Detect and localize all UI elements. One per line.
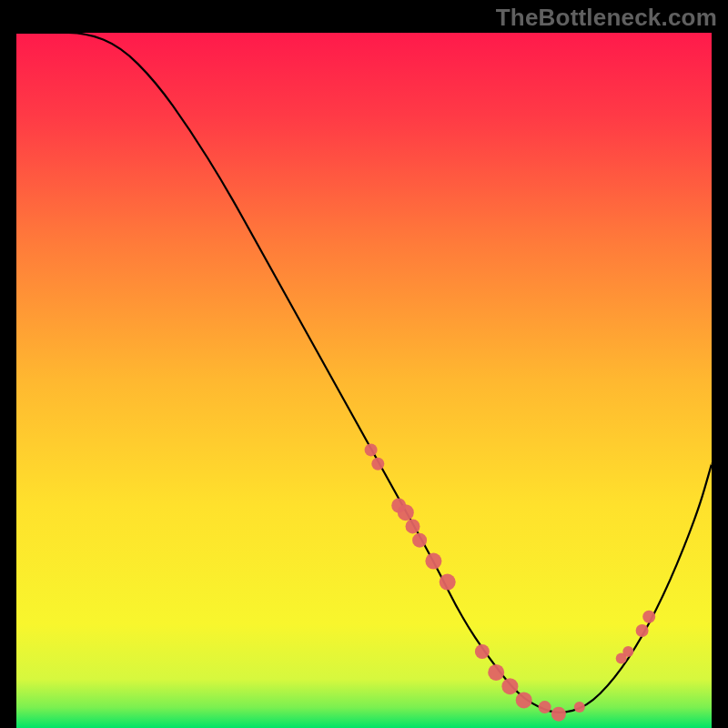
- data-point: [516, 692, 532, 708]
- data-point: [371, 458, 384, 470]
- data-point: [622, 646, 633, 657]
- bottleneck-chart: [16, 33, 712, 728]
- data-point: [440, 574, 456, 591]
- data-point: [642, 611, 655, 623]
- data-point: [425, 553, 441, 570]
- data-point: [406, 519, 420, 533]
- data-point: [475, 644, 490, 659]
- data-point: [488, 664, 504, 681]
- data-point: [365, 443, 378, 456]
- data-point: [501, 678, 518, 694]
- data-point: [636, 624, 649, 637]
- data-point: [412, 533, 427, 548]
- data-point: [551, 707, 566, 722]
- data-point: [398, 504, 414, 521]
- data-point: [539, 701, 551, 713]
- chart-container: TheBottleneck.com: [0, 0, 728, 728]
- watermark-text: TheBottleneck.com: [496, 4, 717, 32]
- data-point: [574, 702, 585, 713]
- gradient-background: [16, 33, 712, 728]
